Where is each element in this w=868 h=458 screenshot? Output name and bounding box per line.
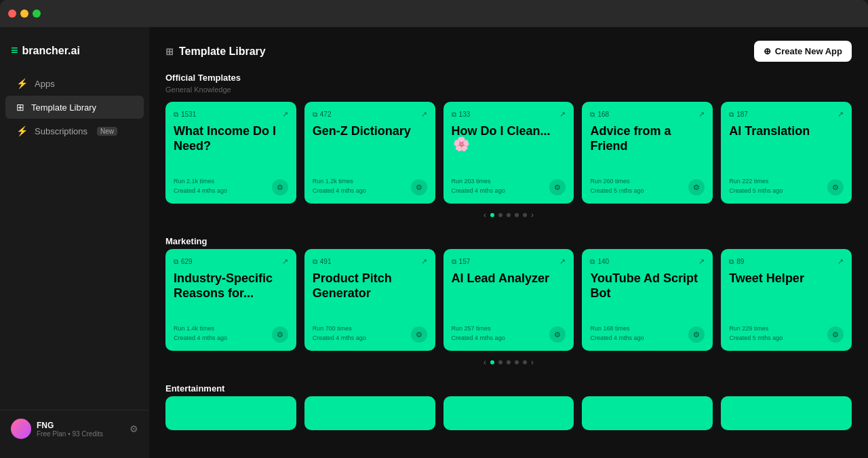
external-link-icon[interactable]: ↗ [837, 110, 844, 119]
external-link-icon[interactable]: ↗ [421, 257, 427, 266]
card-footer: Run 1.4k times Created 4 mths ago ⚙ [174, 324, 288, 343]
card-stats: Run 257 times Created 4 mths ago [452, 324, 505, 343]
entertainment-card-3[interactable] [443, 396, 574, 430]
pagination-dot-4[interactable] [515, 360, 519, 364]
run-times: Run 700 times [313, 324, 366, 334]
card-title: AI Lead Analyzer [452, 271, 566, 324]
sidebar-item-subscriptions-label: Subscriptions [35, 126, 87, 136]
external-link-icon[interactable]: ↗ [698, 110, 705, 119]
card-settings-icon[interactable]: ⚙ [272, 179, 288, 195]
pagination-dot-4[interactable] [515, 213, 519, 217]
card-settings-icon[interactable]: ⚙ [827, 326, 844, 343]
entertainment-card-4[interactable] [582, 396, 713, 430]
card-count: 1531 [181, 111, 196, 118]
created-time: Created 4 mths ago [313, 187, 366, 196]
card-settings-icon[interactable]: ⚙ [411, 326, 427, 343]
card-footer: Run 168 times Created 4 mths ago ⚙ [590, 324, 705, 343]
external-link-icon[interactable]: ↗ [559, 257, 566, 266]
card-count: 157 [459, 258, 471, 265]
card-what-income[interactable]: ⧉ 1531 ↗ What Income Do I Need? Run 2.1k… [165, 102, 296, 204]
user-settings-icon[interactable]: ⚙ [130, 423, 138, 434]
prev-arrow[interactable]: ‹ [484, 358, 486, 367]
card-meta: ⧉ 491 [313, 258, 332, 266]
pagination-dot-3[interactable] [507, 213, 511, 217]
sidebar-item-apps[interactable]: ⚡ Apps [5, 72, 144, 95]
logo: ≡ brancher.ai [0, 38, 149, 71]
next-arrow[interactable]: › [531, 210, 534, 220]
card-header: ⧉ 1531 ↗ [174, 110, 288, 119]
user-plan: Free Plan • 93 Credits [37, 430, 124, 438]
prev-arrow[interactable]: ‹ [484, 210, 486, 220]
close-dot[interactable] [8, 9, 16, 18]
pagination-dot-2[interactable] [498, 360, 502, 364]
external-link-icon[interactable]: ↗ [282, 110, 288, 119]
card-footer: Run 229 times Created 5 mths ago ⚙ [729, 324, 844, 343]
create-new-app-button[interactable]: ⊕ Create New App [754, 41, 852, 62]
card-stats: Run 2.1k times Created 4 mths ago [174, 177, 227, 195]
pagination-dot-1[interactable] [490, 360, 494, 364]
marketing-section: Marketing ⧉ 629 ↗ Industry-Specific Reas… [165, 236, 852, 367]
created-time: Created 4 mths ago [174, 334, 227, 343]
sidebar-item-subscriptions[interactable]: ⚡ Subscriptions New [5, 119, 144, 142]
header: ⊞ Template Library ⊕ Create New App [165, 27, 852, 73]
template-library-icon: ⊞ [16, 102, 24, 113]
card-youtube-ad-script-bot[interactable]: ⧉ 140 ↗ YouTube Ad Script Bot Run 168 ti… [582, 249, 713, 351]
card-stats: Run 222 times Created 5 mths ago [729, 177, 783, 195]
external-link-icon[interactable]: ↗ [837, 257, 844, 266]
entertainment-card-2[interactable] [304, 396, 435, 430]
created-time: Created 5 mths ago [729, 334, 783, 343]
card-header: ⧉ 133 ↗ [452, 110, 566, 119]
card-stats: Run 1.4k times Created 4 mths ago [174, 324, 227, 343]
sidebar-item-template-library-label: Template Library [31, 102, 96, 113]
pagination-dot-3[interactable] [507, 360, 511, 364]
card-stats: Run 700 times Created 4 mths ago [313, 324, 366, 343]
card-advice-from-friend[interactable]: ⧉ 168 ↗ Advice from a Friend Run 260 tim… [582, 102, 713, 204]
sidebar-item-template-library[interactable]: ⊞ Template Library [5, 96, 144, 119]
card-title: Tweet Helper [729, 271, 844, 324]
card-settings-icon[interactable]: ⚙ [688, 179, 705, 195]
card-title: Gen-Z Dictionary [313, 124, 427, 177]
card-gen-z-dictionary[interactable]: ⧉ 472 ↗ Gen-Z Dictionary Run 1.2k times … [304, 102, 435, 204]
marketing-title: Marketing [165, 236, 852, 246]
card-settings-icon[interactable]: ⚙ [549, 326, 566, 343]
card-header: ⧉ 157 ↗ [452, 257, 566, 266]
pagination-dot-5[interactable] [523, 360, 527, 364]
card-product-pitch-generator[interactable]: ⧉ 491 ↗ Product Pitch Generator Run 700 … [304, 249, 435, 351]
card-ai-lead-analyzer[interactable]: ⧉ 157 ↗ AI Lead Analyzer Run 257 times C… [443, 249, 574, 351]
card-ai-translation[interactable]: ⧉ 187 ↗ AI Translation Run 222 times Cre… [721, 102, 852, 204]
entertainment-card-5[interactable] [721, 396, 852, 430]
external-link-icon[interactable]: ↗ [698, 257, 705, 266]
card-how-do-i-clean[interactable]: ⧉ 133 ↗ How Do I Clean... 🌸 Run 203 time… [443, 102, 574, 204]
pagination-dot-2[interactable] [498, 213, 502, 217]
card-tweet-helper[interactable]: ⧉ 89 ↗ Tweet Helper Run 229 times Create… [721, 249, 852, 351]
pagination-dot-5[interactable] [523, 213, 527, 217]
external-link-icon[interactable]: ↗ [282, 257, 288, 266]
card-count: 133 [459, 111, 471, 118]
next-arrow[interactable]: › [531, 358, 534, 367]
card-meta: ⧉ 89 [729, 258, 744, 266]
pagination-dot-1[interactable] [490, 213, 494, 217]
card-settings-icon[interactable]: ⚙ [549, 179, 566, 195]
card-header: ⧉ 140 ↗ [590, 257, 705, 266]
run-times: Run 203 times [452, 177, 505, 187]
card-count: 491 [320, 258, 332, 265]
apps-icon: ⚡ [16, 78, 28, 89]
external-link-icon[interactable]: ↗ [421, 110, 427, 119]
card-settings-icon[interactable]: ⚙ [827, 179, 844, 195]
card-count: 629 [181, 258, 193, 265]
card-settings-icon[interactable]: ⚙ [688, 326, 705, 343]
external-link-icon[interactable]: ↗ [559, 110, 566, 119]
card-settings-icon[interactable]: ⚙ [411, 179, 427, 195]
entertainment-card-1[interactable] [165, 396, 296, 430]
minimize-dot[interactable] [20, 9, 28, 18]
maximize-dot[interactable] [33, 9, 41, 18]
create-icon: ⊕ [764, 46, 771, 56]
user-area: FNG Free Plan • 93 Credits ⚙ [0, 410, 149, 447]
card-meta: ⧉ 140 [590, 258, 609, 266]
main-content: ⊞ Template Library ⊕ Create New App Offi… [149, 27, 868, 458]
card-stats: Run 203 times Created 4 mths ago [452, 177, 505, 195]
copy-icon: ⧉ [452, 258, 456, 266]
card-industry-specific[interactable]: ⧉ 629 ↗ Industry-Specific Reasons for...… [165, 249, 296, 351]
card-header: ⧉ 491 ↗ [313, 257, 427, 266]
card-settings-icon[interactable]: ⚙ [272, 326, 288, 343]
